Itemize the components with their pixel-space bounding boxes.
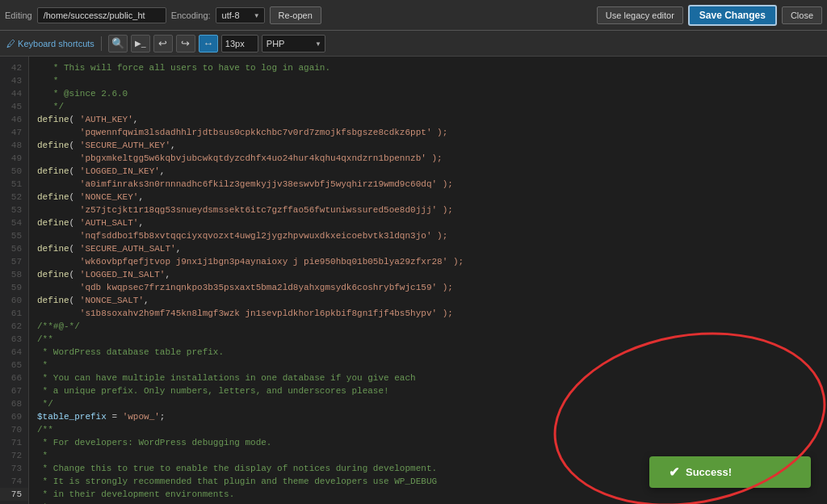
terminal-button[interactable]: ▶_ [131,35,150,52]
close-button[interactable]: Close [782,6,822,24]
reopen-button[interactable]: Re-open [270,6,321,24]
editing-label: Editing [5,10,32,20]
terminal-icon: ▶_ [135,39,146,48]
encoding-select[interactable]: utf-8 utf-16 latin-1 ascii [216,7,265,23]
search-icon: 🔍 [111,37,124,49]
redo-button[interactable]: ↪ [176,35,195,52]
font-size-input[interactable] [221,35,258,52]
language-selector-wrapper[interactable]: PHP JavaScript CSS HTML Python Plain Tex… [262,35,325,52]
undo-icon: ↩ [158,37,167,49]
search-button[interactable]: 🔍 [108,35,128,52]
encoding-label: Encoding: [171,10,211,20]
undo-button[interactable]: ↩ [153,35,173,52]
redo-icon: ↪ [181,37,190,49]
success-toast: ✔ Success! [649,456,811,488]
legacy-editor-button[interactable]: Use legacy editor [597,6,683,24]
top-bar: Editing /home/successz/public_ht Encodin… [0,0,827,31]
wrap-icon: ↔ [203,37,213,49]
keyboard-shortcuts-link[interactable]: 🖊 Keyboard shortcuts [6,39,94,48]
editor-area: 4243444546474849505152535455565758596061… [0,57,827,504]
line-numbers: 4243444546474849505152535455565758596061… [0,57,29,504]
code-editor[interactable]: * This will force all users to have to l… [29,57,827,504]
toolbar: 🖊 Keyboard shortcuts 🔍 ▶_ ↩ ↪ ↔ PHP Java… [0,31,827,57]
save-changes-button[interactable]: Save Changes [688,5,777,26]
success-icon: ✔ [669,464,679,480]
encoding-wrapper[interactable]: utf-8 utf-16 latin-1 ascii [216,7,265,23]
success-message: Success! [686,466,732,478]
wrap-button[interactable]: ↔ [199,35,218,52]
file-path: /home/successz/public_ht [37,7,166,23]
toolbar-separator-1 [101,36,102,51]
language-select[interactable]: PHP JavaScript CSS HTML Python Plain Tex… [262,35,325,52]
